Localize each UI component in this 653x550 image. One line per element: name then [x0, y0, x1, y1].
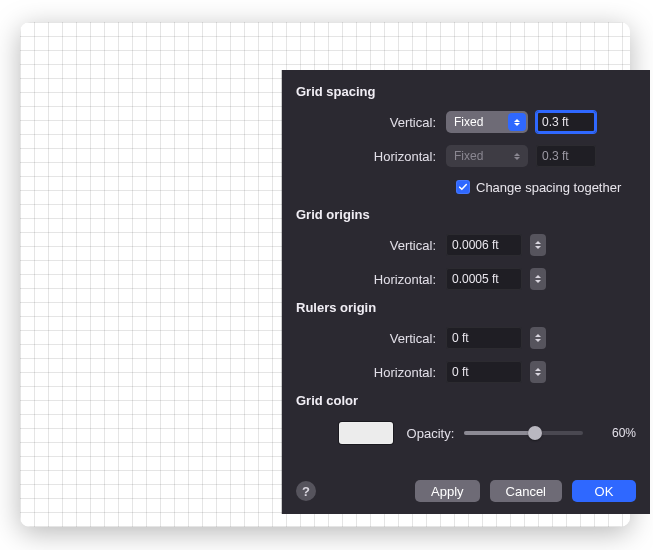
rulers-origin-vertical-input[interactable]	[446, 327, 522, 349]
horizontal-label: Horizontal:	[296, 272, 446, 287]
opacity-value: 60%	[597, 426, 637, 440]
select-arrows-icon	[508, 147, 526, 165]
rulers-origin-horizontal-stepper[interactable]	[530, 361, 546, 383]
rulers-origin-heading: Rulers origin	[296, 300, 636, 315]
select-value: Fixed	[454, 115, 483, 129]
rulers-origin-vertical-stepper[interactable]	[530, 327, 546, 349]
grid-origins-vertical-input[interactable]	[446, 234, 522, 256]
apply-button[interactable]: Apply	[415, 480, 480, 502]
grid-color-well[interactable]	[339, 422, 392, 444]
grid-spacing-horizontal-mode-select: Fixed	[446, 145, 528, 167]
vertical-label: Vertical:	[296, 238, 446, 253]
grid-origins-vertical-stepper[interactable]	[530, 234, 546, 256]
grid-settings-panel: Grid spacing Vertical: Fixed Horizontal:…	[282, 70, 650, 514]
opacity-label: Opacity:	[407, 426, 455, 441]
horizontal-label: Horizontal:	[296, 365, 446, 380]
grid-color-heading: Grid color	[296, 393, 636, 408]
ok-button[interactable]: OK	[572, 480, 636, 502]
rulers-origin-horizontal-row: Horizontal:	[296, 357, 636, 387]
change-spacing-together-label: Change spacing together	[476, 180, 621, 195]
grid-origins-heading: Grid origins	[296, 207, 636, 222]
grid-origins-horizontal-input[interactable]	[446, 268, 522, 290]
grid-origins-horizontal-row: Horizontal:	[296, 264, 636, 294]
grid-origins-vertical-row: Vertical:	[296, 230, 636, 260]
vertical-label: Vertical:	[296, 115, 446, 130]
dialog-footer: ? Apply Cancel OK	[282, 468, 650, 514]
slider-thumb[interactable]	[528, 426, 542, 440]
grid-spacing-heading: Grid spacing	[296, 84, 636, 99]
grid-spacing-horizontal-value-input	[536, 145, 596, 167]
opacity-slider[interactable]	[464, 424, 583, 442]
select-value: Fixed	[454, 149, 483, 163]
select-arrows-icon	[508, 113, 526, 131]
checkmark-icon	[458, 182, 468, 192]
cancel-button[interactable]: Cancel	[490, 480, 562, 502]
change-spacing-together-row: Change spacing together	[296, 175, 636, 199]
grid-spacing-horizontal-row: Horizontal: Fixed	[296, 141, 636, 171]
grid-origins-horizontal-stepper[interactable]	[530, 268, 546, 290]
grid-spacing-vertical-row: Vertical: Fixed	[296, 107, 636, 137]
slider-track-fill	[464, 431, 535, 435]
rulers-origin-horizontal-input[interactable]	[446, 361, 522, 383]
grid-spacing-vertical-mode-select[interactable]: Fixed	[446, 111, 528, 133]
vertical-label: Vertical:	[296, 331, 446, 346]
grid-spacing-vertical-value-input[interactable]	[536, 111, 596, 133]
horizontal-label: Horizontal:	[296, 149, 446, 164]
rulers-origin-vertical-row: Vertical:	[296, 323, 636, 353]
help-button[interactable]: ?	[296, 481, 316, 501]
change-spacing-together-checkbox[interactable]	[456, 180, 470, 194]
grid-color-row: Opacity: 60%	[296, 416, 636, 450]
